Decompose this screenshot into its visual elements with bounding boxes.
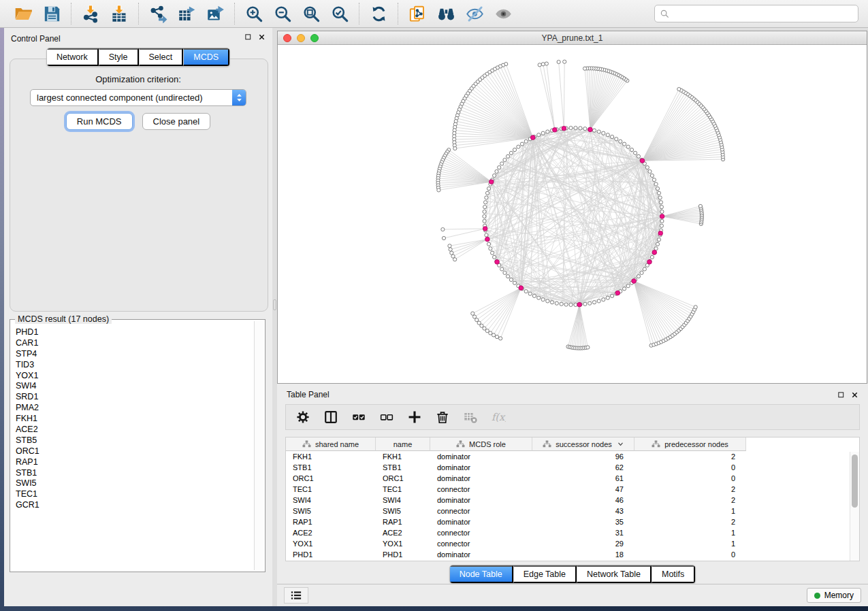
tab-node-table[interactable]: Node Table (450, 565, 513, 583)
mcds-hub-node[interactable] (658, 231, 663, 236)
add-column-button[interactable] (400, 406, 428, 428)
export-table-button[interactable] (175, 2, 198, 25)
hide-selected-button[interactable] (463, 2, 486, 25)
control-panel-float-button[interactable] (244, 33, 252, 41)
mcds-hub-node[interactable] (562, 126, 566, 131)
table-scrollbar-thumb[interactable] (852, 455, 858, 508)
mcds-result-item[interactable]: FKH1 (10, 414, 253, 425)
mcds-result-item[interactable]: ACE2 (10, 425, 253, 435)
network-window-titlebar[interactable]: YPA_prune.txt_1 (278, 31, 867, 45)
search-box[interactable] (654, 5, 858, 22)
table-row[interactable]: SWI4SWI4dominator462 (286, 495, 859, 506)
run-mcds-button[interactable]: Run MCDS (66, 113, 133, 130)
column-header-predecessor-nodes[interactable]: predecessor nodes (634, 437, 746, 451)
mcds-result-item[interactable]: TEC1 (10, 489, 253, 500)
mcds-hub-node[interactable] (489, 180, 494, 184)
export-network-button[interactable] (146, 2, 170, 25)
mcds-result-item[interactable]: STB1 (10, 468, 253, 479)
combo-stepper[interactable] (232, 90, 246, 105)
mcds-result-item[interactable]: SWI4 (10, 381, 253, 392)
tab-network-table[interactable]: Network Table (577, 565, 652, 583)
table-row[interactable]: ACE2ACE2connector311 (286, 527, 859, 538)
mcds-result-item[interactable]: PMA2 (10, 403, 253, 414)
mcds-hub-node[interactable] (615, 291, 620, 295)
search-input[interactable] (673, 8, 853, 19)
mcds-hub-node[interactable] (483, 227, 487, 231)
deselect-all-rows-button[interactable] (372, 406, 400, 428)
select-all-rows-button[interactable] (344, 406, 372, 428)
table-panel-close-button[interactable] (851, 391, 858, 399)
window-close-traffic-light[interactable] (283, 34, 291, 42)
first-neighbors-button[interactable] (434, 2, 457, 25)
mcds-hub-node[interactable] (553, 128, 558, 133)
mcds-result-item[interactable]: ORC1 (10, 446, 253, 457)
mcds-hub-node[interactable] (519, 286, 524, 291)
mcds-hub-node[interactable] (485, 237, 490, 242)
mcds-result-item[interactable]: SWI5 (10, 478, 253, 489)
import-table-button[interactable] (108, 2, 131, 25)
mcds-result-item[interactable]: RAP1 (10, 457, 253, 468)
mcds-result-item[interactable]: PHD1 (10, 327, 253, 338)
refresh-button[interactable] (367, 2, 390, 25)
clone-network-button[interactable] (406, 2, 429, 25)
mcds-hub-node[interactable] (495, 260, 500, 265)
table-panel-float-button[interactable] (837, 391, 845, 399)
memory-button[interactable]: Memory (807, 588, 861, 603)
tab-network[interactable]: Network (47, 48, 99, 66)
zoom-in-button[interactable] (242, 2, 266, 25)
table-row[interactable]: STB1STB1dominator620 (286, 462, 859, 473)
show-all-button[interactable] (492, 2, 515, 25)
mcds-result-item[interactable]: GCR1 (10, 500, 253, 511)
delete-column-button[interactable] (428, 406, 456, 428)
column-header-shared-name[interactable]: shared name (286, 437, 376, 451)
window-minimize-traffic-light[interactable] (297, 34, 305, 42)
table-row[interactable]: SWI5SWI5connector431 (286, 506, 859, 516)
tab-style[interactable]: Style (99, 48, 139, 66)
window-zoom-traffic-light[interactable] (310, 34, 319, 42)
table-row[interactable]: RAP1RAP1dominator352 (286, 516, 859, 527)
toggle-columns-button[interactable] (317, 406, 344, 428)
mcds-hub-node[interactable] (632, 279, 637, 284)
table-body[interactable]: FKH1FKH1dominator962STB1STB1dominator620… (286, 451, 859, 560)
optimization-criterion-select[interactable]: largest connected component (undirected) (30, 89, 246, 106)
save-session-button[interactable] (40, 2, 63, 25)
zoom-out-button[interactable] (271, 2, 294, 25)
panel-splitter-handle[interactable] (273, 299, 276, 310)
table-row[interactable]: TEC1TEC1connector472 (286, 484, 859, 495)
open-file-button[interactable] (12, 2, 35, 25)
table-scrollbar[interactable] (850, 452, 859, 561)
mcds-result-item[interactable]: STB5 (10, 435, 253, 446)
table-row[interactable]: FKH1FKH1dominator962 (286, 451, 859, 462)
import-network-button[interactable] (79, 2, 102, 25)
mcds-hub-node[interactable] (652, 250, 657, 255)
mcds-result-item[interactable]: CAR1 (10, 338, 253, 349)
column-header-successor-nodes[interactable]: successor nodes (532, 437, 634, 451)
table-row[interactable]: ORC1ORC1dominator610 (286, 473, 859, 484)
table-row[interactable]: YOX1YOX1connector291 (286, 538, 859, 549)
tab-mcds[interactable]: MCDS (183, 48, 229, 66)
close-panel-button[interactable]: Close panel (142, 113, 211, 130)
tab-select[interactable]: Select (139, 48, 184, 66)
network-canvas[interactable] (278, 45, 867, 383)
mcds-result-item[interactable]: SRD1 (10, 392, 253, 403)
mcds-result-scrollbar[interactable] (254, 321, 263, 570)
zoom-selected-button[interactable] (328, 2, 351, 25)
tab-motifs[interactable]: Motifs (652, 565, 695, 583)
column-header-MCDS-role[interactable]: MCDS role (430, 437, 532, 451)
mcds-hub-node[interactable] (577, 302, 582, 307)
mcds-hub-node[interactable] (640, 159, 645, 163)
mcds-hub-node[interactable] (588, 127, 593, 132)
task-history-button[interactable] (284, 587, 308, 604)
mcds-result-item[interactable]: TID3 (10, 360, 253, 371)
network-graph[interactable] (278, 45, 867, 383)
control-panel-close-button[interactable] (258, 33, 266, 41)
export-image-button[interactable] (204, 2, 227, 25)
column-header-name[interactable]: name (376, 437, 430, 451)
mcds-hub-node[interactable] (647, 260, 652, 265)
mcds-hub-node[interactable] (530, 135, 535, 140)
mcds-result-list[interactable]: PHD1CAR1STP4TID3YOX1SWI4SRD1PMA2FKH1ACE2… (10, 327, 253, 570)
settings-button[interactable] (289, 406, 317, 428)
tab-edge-table[interactable]: Edge Table (513, 565, 577, 583)
mcds-result-item[interactable]: YOX1 (10, 371, 253, 382)
table-row[interactable]: PHD1PHD1dominator180 (286, 549, 859, 560)
